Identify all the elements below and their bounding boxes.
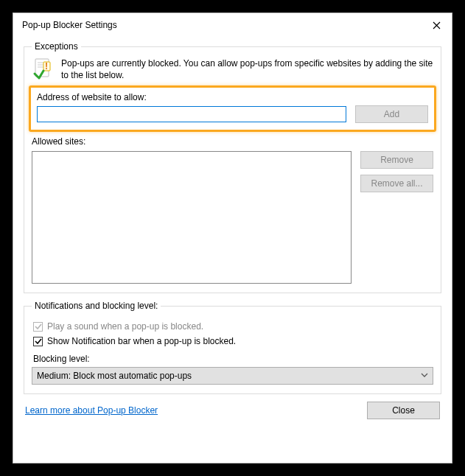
allowed-label: Allowed sites:	[32, 136, 433, 147]
footer: Learn more about Pop-up Blocker Close	[24, 402, 441, 419]
document-icon: !	[32, 57, 55, 81]
notifications-group: Notifications and blocking level: Play a…	[24, 301, 441, 394]
client-area: Exceptions ! Pop-ups are currently block…	[13, 37, 452, 428]
address-label: Address of website to allow:	[37, 92, 428, 102]
exceptions-legend: Exceptions	[32, 41, 81, 52]
blocking-level-select[interactable]: Medium: Block most automatic pop-ups	[32, 367, 433, 385]
allowed-sites-list[interactable]	[32, 151, 352, 284]
intro-row: ! Pop-ups are currently blocked. You can…	[32, 57, 433, 81]
close-icon[interactable]	[427, 15, 446, 35]
close-button[interactable]: Close	[367, 402, 440, 419]
bar-label: Show Notification bar when a pop-up is b…	[47, 336, 236, 346]
add-button[interactable]: Add	[355, 105, 428, 123]
bar-checkbox[interactable]	[33, 337, 43, 346]
notifications-legend: Notifications and blocking level:	[32, 301, 161, 311]
sound-checkbox-row: Play a sound when a pop-up is blocked.	[33, 321, 433, 332]
bar-checkbox-row[interactable]: Show Notification bar when a pop-up is b…	[33, 336, 433, 346]
titlebar: Pop-up Blocker Settings	[13, 13, 452, 37]
page-title: Pop-up Blocker Settings	[22, 20, 117, 30]
intro-text: Pop-ups are currently blocked. You can a…	[61, 57, 433, 81]
sound-checkbox	[33, 322, 43, 332]
address-highlight: Address of website to allow: Add	[29, 85, 436, 132]
remove-all-button[interactable]: Remove all...	[360, 175, 433, 192]
settings-window: Pop-up Blocker Settings Exceptions !	[13, 13, 452, 463]
sound-label: Play a sound when a pop-up is blocked.	[47, 321, 203, 332]
remove-button[interactable]: Remove	[360, 151, 433, 169]
svg-text:!: !	[45, 61, 48, 71]
address-input[interactable]	[37, 106, 346, 122]
learn-more-link[interactable]: Learn more about Pop-up Blocker	[25, 405, 158, 416]
blocking-level-value: Medium: Block most automatic pop-ups	[37, 371, 192, 381]
blocking-label: Blocking level:	[33, 354, 433, 364]
exceptions-group: Exceptions ! Pop-ups are currently block…	[24, 41, 441, 293]
chevron-down-icon	[421, 371, 428, 381]
